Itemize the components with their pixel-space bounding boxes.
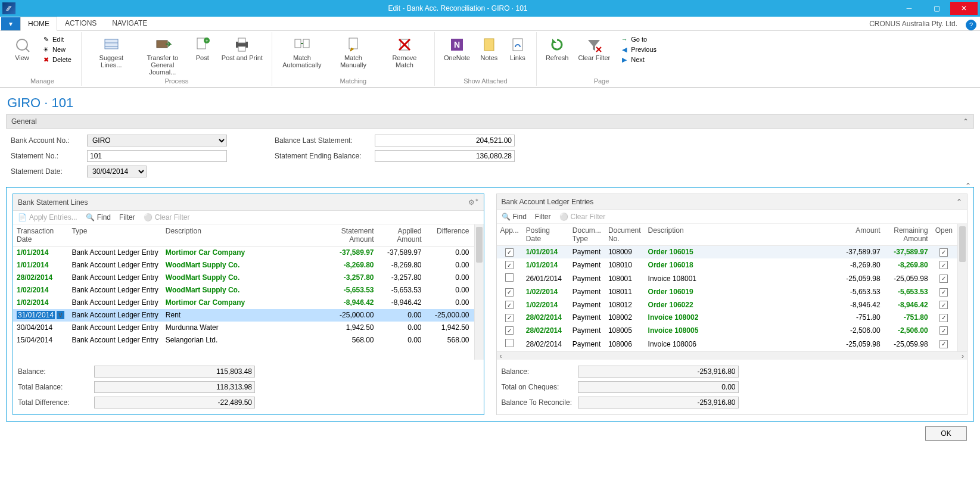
tab-home[interactable]: HOME: [20, 17, 57, 31]
clear-filter-button-left[interactable]: ⚪Clear Filter: [144, 213, 190, 222]
tab-navigate[interactable]: NAVIGATE: [104, 16, 155, 30]
statement-no-label: Statement No.:: [11, 152, 82, 160]
remove-match-button[interactable]: Remove Match: [379, 33, 430, 70]
table-row[interactable]: ✓1/01/2014Payment108009Order 106015-37,5…: [497, 246, 967, 259]
view-icon: [13, 35, 32, 54]
checkbox[interactable]: ✓: [505, 301, 514, 309]
balance-last-field[interactable]: [375, 135, 515, 146]
group-page-label: Page: [594, 77, 609, 86]
scrollbar-right[interactable]: [957, 224, 967, 351]
post-print-button[interactable]: Post and Print: [217, 33, 267, 77]
post-print-icon: [232, 35, 251, 54]
general-fasttab-header[interactable]: General ⌃: [6, 114, 974, 129]
table-row[interactable]: ✓1/02/2014Payment108012Order 106022-8,94…: [497, 298, 967, 311]
table-row[interactable]: ✓28/02/2014Payment108005Invoice 108005-2…: [497, 324, 967, 337]
balance-last-label: Balance Last Statement:: [275, 136, 370, 145]
panes-collapse-icon[interactable]: ⌃: [965, 182, 971, 190]
checkbox[interactable]: ✓: [939, 314, 948, 322]
ending-balance-field[interactable]: [375, 150, 515, 162]
bank-statement-lines-header: Bank Statement Lines ⚙✶: [13, 194, 484, 211]
hscrollbar-right[interactable]: ‹›: [497, 351, 967, 360]
table-row[interactable]: 28/02/2014Payment108006Invoice 108006-25…: [497, 337, 967, 351]
right-balance-field: [578, 366, 739, 378]
checkbox[interactable]: ✓: [939, 288, 948, 297]
next-button[interactable]: ▶Next: [618, 55, 659, 64]
find-button-left[interactable]: 🔍Find: [86, 213, 111, 222]
filter-button-left[interactable]: Filter: [119, 213, 135, 222]
filter-button-right[interactable]: Filter: [535, 213, 551, 221]
checkbox[interactable]: ✓: [505, 314, 514, 322]
checkbox[interactable]: ✓: [939, 248, 948, 257]
checkbox[interactable]: ✓: [939, 275, 948, 283]
chevron-up-icon[interactable]: ⌃: [963, 117, 969, 126]
checkbox[interactable]: ✓: [505, 326, 514, 335]
find-button-right[interactable]: 🔍Find: [502, 213, 527, 221]
previous-button[interactable]: ◀Previous: [618, 45, 659, 54]
table-row[interactable]: ✓1/01/2014Payment108010Order 106018-8,26…: [497, 258, 967, 272]
checkbox[interactable]: [505, 339, 514, 347]
match-manual-button[interactable]: Match Manually: [328, 33, 378, 70]
table-row[interactable]: ✓1/02/2014Payment108011Order 106019-5,65…: [497, 286, 967, 299]
table-row[interactable]: 26/01/2014Payment108001Invoice 108001-25…: [497, 272, 967, 286]
svg-rect-11: [238, 46, 245, 51]
view-button[interactable]: View: [8, 33, 36, 66]
minimize-button[interactable]: ─: [895, 2, 923, 15]
table-row[interactable]: 31/01/2014 ∨Bank Account Ledger EntryRen…: [13, 309, 484, 322]
close-button[interactable]: ✕: [950, 2, 978, 15]
suggest-lines-button[interactable]: Suggest Lines...: [86, 33, 136, 77]
svg-line-1: [26, 48, 29, 52]
checkbox[interactable]: ✓: [939, 326, 948, 335]
checkbox[interactable]: ✓: [939, 340, 948, 348]
table-row[interactable]: ✓28/02/2014Payment108002Invoice 108002-7…: [497, 311, 967, 325]
statement-lines-grid[interactable]: Transaction Date Type Description Statem…: [13, 224, 484, 347]
links-button[interactable]: Links: [504, 33, 531, 63]
goto-button[interactable]: →Go to: [618, 35, 659, 44]
ok-button[interactable]: OK: [925, 426, 967, 441]
ledger-entries-pane: Bank Account Ledger Entries ⌃ 🔍Find Filt…: [496, 194, 968, 415]
window-title: Edit - Bank Acc. Reconciliation - GIRO ·…: [20, 4, 895, 13]
refresh-button[interactable]: Refresh: [542, 33, 573, 66]
tab-actions[interactable]: ACTIONS: [57, 16, 104, 30]
clear-filter-button-right[interactable]: ⚪Clear Filter: [559, 213, 606, 221]
table-row[interactable]: 1/02/2014Bank Account Ledger EntryMortim…: [13, 297, 484, 309]
statement-date-field[interactable]: 30/04/2014: [87, 166, 147, 177]
match-auto-button[interactable]: Match Automatically: [277, 33, 327, 70]
chevron-up-icon[interactable]: ⌃: [956, 198, 962, 206]
file-menu-button[interactable]: ▾: [1, 17, 20, 30]
bank-account-no-field[interactable]: GIRO: [87, 135, 227, 146]
checkbox[interactable]: ✓: [505, 261, 514, 269]
checkbox[interactable]: ✓: [939, 261, 948, 269]
new-button[interactable]: ☀New: [39, 45, 74, 54]
bank-account-no-label: Bank Account No.:: [11, 136, 82, 145]
remove-match-icon: [395, 35, 414, 54]
match-manual-icon: [344, 35, 363, 54]
statement-no-field[interactable]: [87, 150, 227, 162]
onenote-button[interactable]: NOneNote: [440, 33, 474, 63]
onenote-icon: N: [447, 35, 466, 54]
notes-button[interactable]: Notes: [475, 33, 503, 63]
table-row[interactable]: 1/02/2014Bank Account Ledger EntryWoodMa…: [13, 284, 484, 297]
table-row[interactable]: 1/01/2014Bank Account Ledger EntryWoodMa…: [13, 259, 484, 272]
gear-icon[interactable]: ⚙✶: [468, 198, 479, 207]
help-icon[interactable]: ?: [966, 20, 976, 30]
transfer-journal-button[interactable]: Transfer to General Journal...: [138, 33, 188, 77]
scrollbar-left[interactable]: [474, 224, 484, 360]
delete-button[interactable]: ✖Delete: [39, 55, 74, 64]
checkbox[interactable]: ✓: [939, 301, 948, 309]
left-total-balance-label: Total Balance:: [18, 383, 89, 391]
table-row[interactable]: 28/02/2014Bank Account Ledger EntryWoodM…: [13, 272, 484, 284]
edit-button[interactable]: ✎Edit: [39, 35, 74, 44]
post-button[interactable]: +Post: [189, 33, 216, 77]
checkbox[interactable]: ✓: [505, 248, 514, 257]
checkbox[interactable]: ✓: [505, 288, 514, 297]
table-row[interactable]: 1/01/2014Bank Account Ledger EntryMortim…: [13, 247, 484, 259]
ledger-entries-grid[interactable]: App... Posting Date Docum... Type Docume…: [497, 224, 967, 351]
maximize-button[interactable]: ▢: [923, 2, 950, 15]
table-row[interactable]: 30/04/2014Bank Account Ledger EntryMurdu…: [13, 322, 484, 334]
clear-filter-small-icon: ⚪: [559, 213, 568, 221]
table-row[interactable]: 15/04/2014Bank Account Ledger EntrySelan…: [13, 334, 484, 347]
clear-filter-button[interactable]: Clear Filter: [574, 33, 614, 66]
post-icon: +: [193, 35, 212, 54]
apply-entries-button[interactable]: 📄Apply Entries...: [18, 213, 77, 222]
checkbox[interactable]: [505, 273, 514, 282]
